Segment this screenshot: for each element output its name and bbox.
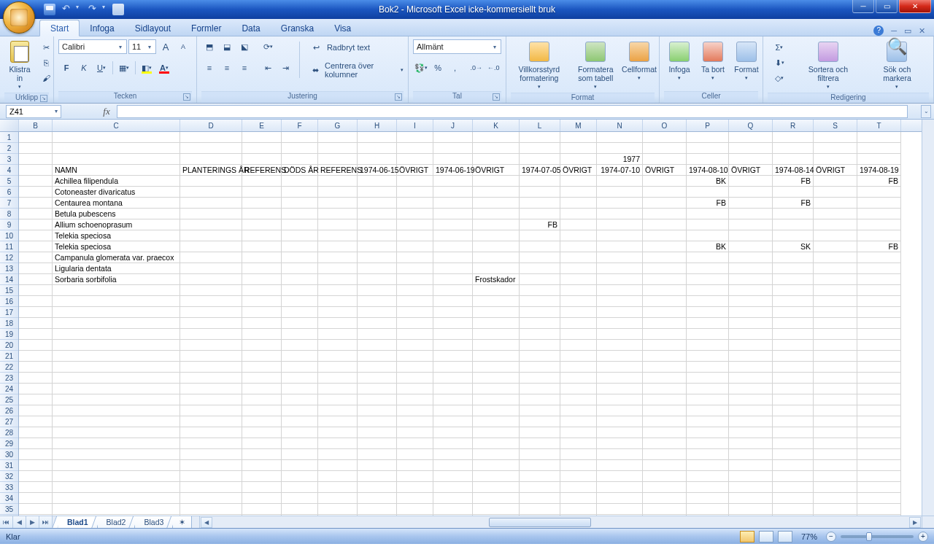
cell[interactable]	[358, 471, 397, 482]
cell[interactable]	[19, 165, 53, 176]
cell[interactable]	[19, 241, 53, 252]
zoom-slider[interactable]	[841, 535, 914, 538]
cell[interactable]	[433, 296, 473, 307]
cell[interactable]	[643, 219, 687, 230]
cell[interactable]	[358, 252, 397, 263]
cell[interactable]	[857, 493, 901, 504]
save-icon[interactable]	[44, 4, 55, 15]
cell[interactable]	[814, 373, 857, 384]
orientation-icon[interactable]: ⟳▾	[260, 39, 276, 54]
cell[interactable]	[358, 416, 397, 427]
cell[interactable]	[597, 296, 643, 307]
cell[interactable]	[282, 143, 318, 154]
cell[interactable]	[597, 460, 643, 471]
cell[interactable]	[520, 460, 560, 471]
cell[interactable]	[560, 362, 597, 373]
cell[interactable]	[857, 373, 901, 384]
cell[interactable]	[520, 241, 560, 252]
cell[interactable]	[473, 143, 520, 154]
row-header-22[interactable]: 22	[0, 362, 18, 373]
cell[interactable]	[687, 384, 729, 394]
cell[interactable]	[643, 460, 687, 471]
cell[interactable]	[643, 241, 687, 252]
cell[interactable]	[597, 230, 643, 241]
cell[interactable]	[729, 252, 773, 263]
cell[interactable]	[773, 471, 814, 482]
cell[interactable]	[318, 176, 358, 187]
cell[interactable]	[180, 427, 242, 438]
cell[interactable]	[19, 504, 53, 515]
cell[interactable]: Ligularia dentata	[53, 263, 180, 274]
cell[interactable]	[19, 132, 53, 143]
cell[interactable]: Betula pubescens	[53, 209, 180, 219]
cell[interactable]	[433, 318, 473, 329]
cell[interactable]: Achillea filipendula	[53, 176, 180, 187]
tab-formler[interactable]: Formler	[181, 20, 231, 36]
cell[interactable]	[560, 219, 597, 230]
cell[interactable]	[180, 241, 242, 252]
cell[interactable]	[597, 373, 643, 384]
cell[interactable]	[729, 438, 773, 449]
cell[interactable]	[814, 362, 857, 373]
cell[interactable]: FB	[773, 198, 814, 209]
page-break-view-icon[interactable]	[778, 531, 792, 542]
cell[interactable]	[643, 263, 687, 274]
cell[interactable]	[857, 340, 901, 351]
cell[interactable]	[282, 504, 318, 515]
cell[interactable]	[560, 493, 597, 504]
cell[interactable]	[857, 394, 901, 405]
cell[interactable]	[560, 340, 597, 351]
cell[interactable]	[282, 460, 318, 471]
undo-dropdown-icon[interactable]: ▾	[76, 4, 82, 15]
cell[interactable]	[358, 427, 397, 438]
cell[interactable]	[180, 296, 242, 307]
cell[interactable]	[180, 143, 242, 154]
cell[interactable]	[814, 219, 857, 230]
cell[interactable]	[729, 329, 773, 340]
col-header-J[interactable]: J	[433, 120, 473, 131]
row-header-26[interactable]: 26	[0, 405, 18, 416]
underline-button[interactable]: U▾	[93, 61, 109, 75]
cell[interactable]	[53, 384, 180, 394]
cell[interactable]	[433, 340, 473, 351]
cell[interactable]	[643, 504, 687, 515]
cell[interactable]	[180, 438, 242, 449]
cell[interactable]: BK	[687, 176, 729, 187]
cell[interactable]	[433, 493, 473, 504]
cell[interactable]	[397, 416, 433, 427]
col-header-I[interactable]: I	[397, 120, 433, 131]
cell[interactable]	[433, 460, 473, 471]
cell[interactable]	[814, 176, 857, 187]
grow-font-icon[interactable]: A	[158, 39, 174, 54]
launcher-icon[interactable]: ↘	[395, 93, 402, 101]
cell[interactable]	[180, 405, 242, 416]
cell[interactable]: PLANTERINGS ÅR	[180, 165, 242, 176]
cell[interactable]	[520, 307, 560, 318]
row-header-19[interactable]: 19	[0, 329, 18, 340]
cell[interactable]	[729, 405, 773, 416]
cell[interactable]	[180, 482, 242, 493]
row-header-34[interactable]: 34	[0, 493, 18, 504]
cell[interactable]	[857, 449, 901, 460]
cell[interactable]	[643, 493, 687, 504]
cell[interactable]	[857, 187, 901, 198]
cell[interactable]	[19, 460, 53, 471]
cell[interactable]	[318, 154, 358, 165]
cell[interactable]	[597, 351, 643, 362]
sheet-nav-last-icon[interactable]: ⏭	[39, 516, 53, 529]
cell[interactable]	[397, 384, 433, 394]
cell[interactable]	[318, 384, 358, 394]
cell[interactable]: SK	[773, 241, 814, 252]
cell[interactable]	[520, 493, 560, 504]
cell[interactable]	[180, 504, 242, 515]
cell[interactable]	[433, 219, 473, 230]
cell[interactable]	[318, 187, 358, 198]
cell[interactable]	[433, 143, 473, 154]
cell[interactable]	[814, 449, 857, 460]
comma-icon[interactable]: ,	[447, 61, 463, 75]
cell[interactable]	[687, 340, 729, 351]
cell[interactable]	[687, 263, 729, 274]
cell[interactable]	[358, 296, 397, 307]
cell[interactable]	[282, 449, 318, 460]
column-headers[interactable]: BCDEFGHIJKLMNOPQRST	[0, 120, 922, 132]
